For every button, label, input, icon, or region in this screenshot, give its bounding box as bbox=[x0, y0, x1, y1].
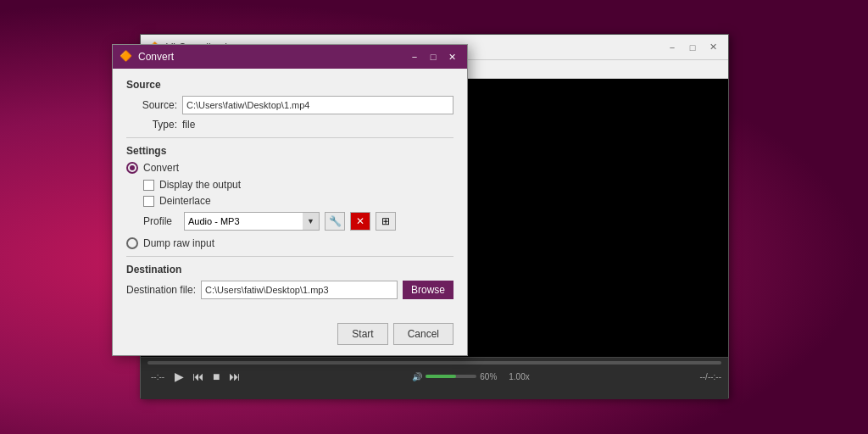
browse-button[interactable]: Browse bbox=[403, 281, 453, 299]
dump-radio-row[interactable]: Dump raw input bbox=[126, 237, 453, 249]
destination-file-label: Destination file: bbox=[126, 284, 196, 296]
vlc-prev-button[interactable]: ⏮ bbox=[191, 368, 206, 385]
start-button[interactable]: Start bbox=[337, 323, 387, 345]
vlc-volume-icon: 🔊 bbox=[412, 372, 422, 381]
dialog-titlebar: 🔶 Convert − □ ✕ bbox=[113, 45, 467, 69]
vlc-time-end: --/--:-- bbox=[699, 372, 721, 381]
destination-row: Destination file: Browse bbox=[126, 281, 453, 299]
display-output-checkbox[interactable] bbox=[143, 180, 154, 191]
type-value: file bbox=[182, 119, 195, 131]
vlc-play-button[interactable]: ▶ bbox=[173, 368, 186, 385]
dialog-title: Convert bbox=[138, 51, 406, 63]
vlc-volume-bar[interactable] bbox=[426, 375, 476, 378]
profile-delete-button[interactable]: ✕ bbox=[350, 212, 370, 231]
source-label: Source: bbox=[126, 99, 177, 111]
convert-radio-button[interactable] bbox=[126, 162, 138, 174]
dialog-close-button[interactable]: ✕ bbox=[443, 49, 460, 64]
profile-row: Profile Audio - MP3 Video - H.264 + MP3 … bbox=[143, 212, 453, 231]
source-input[interactable] bbox=[182, 96, 453, 114]
vlc-controls-row: --:-- ▶ ⏮ ■ ⏭ 🔊 60% 1.00x --/--:-- bbox=[147, 368, 721, 385]
dialog-maximize-button[interactable]: □ bbox=[425, 49, 442, 64]
deinterlace-checkbox[interactable] bbox=[143, 196, 154, 207]
dump-radio-label: Dump raw input bbox=[143, 237, 214, 249]
vlc-volume-fill bbox=[426, 375, 456, 378]
vlc-stop-button[interactable]: ■ bbox=[211, 368, 221, 385]
vlc-progress-bar[interactable] bbox=[147, 361, 721, 364]
convert-radio-row[interactable]: Convert bbox=[126, 162, 453, 174]
cancel-button[interactable]: Cancel bbox=[393, 323, 453, 345]
convert-radio-label: Convert bbox=[143, 162, 179, 174]
destination-section-label: Destination bbox=[126, 264, 453, 275]
dialog-body: Source Source: Type: file Settings Conve… bbox=[113, 69, 467, 316]
vlc-maximize-button[interactable]: □ bbox=[684, 39, 701, 56]
display-output-label: Display the output bbox=[159, 179, 241, 191]
deinterlace-row: Deinterlace bbox=[143, 195, 453, 207]
source-section-label: Source bbox=[126, 79, 453, 91]
deinterlace-label: Deinterlace bbox=[159, 195, 211, 207]
settings-section-label: Settings bbox=[126, 145, 453, 157]
convert-dialog: 🔶 Convert − □ ✕ Source Source: Type: fil… bbox=[112, 44, 468, 356]
type-row: Type: file bbox=[126, 119, 453, 131]
vlc-speed: 1.00x bbox=[509, 372, 529, 381]
profile-select[interactable]: Audio - MP3 Video - H.264 + MP3 (MP4) Vi… bbox=[184, 212, 320, 231]
vlc-next-button[interactable]: ⏭ bbox=[227, 368, 242, 385]
dialog-minimize-button[interactable]: − bbox=[406, 49, 423, 64]
vlc-minimize-button[interactable]: − bbox=[664, 39, 681, 56]
vlc-window-controls: − □ ✕ bbox=[664, 39, 721, 56]
vlc-volume-percent: 60% bbox=[480, 372, 497, 381]
vlc-controls-bar: --:-- ▶ ⏮ ■ ⏭ 🔊 60% 1.00x --/--:-- bbox=[141, 357, 728, 399]
divider-1 bbox=[126, 137, 453, 138]
dialog-footer: Start Cancel bbox=[113, 316, 467, 355]
source-row: Source: bbox=[126, 96, 453, 114]
dialog-vlc-icon: 🔶 bbox=[120, 50, 133, 64]
type-label: Type: bbox=[126, 119, 177, 131]
vlc-time-start: --:-- bbox=[151, 372, 164, 381]
profile-label: Profile bbox=[143, 215, 179, 227]
divider-2 bbox=[126, 256, 453, 257]
profile-new-button[interactable]: ⊞ bbox=[376, 212, 396, 231]
destination-file-input[interactable] bbox=[201, 281, 398, 299]
dump-radio-button[interactable] bbox=[126, 237, 138, 249]
vlc-close-button[interactable]: ✕ bbox=[704, 39, 721, 56]
display-output-row: Display the output bbox=[143, 179, 453, 191]
profile-select-wrapper: Audio - MP3 Video - H.264 + MP3 (MP4) Vi… bbox=[184, 212, 320, 231]
dialog-window-controls: − □ ✕ bbox=[406, 49, 460, 64]
vlc-volume-area: 🔊 60% bbox=[412, 372, 497, 381]
profile-edit-button[interactable]: 🔧 bbox=[325, 212, 345, 231]
